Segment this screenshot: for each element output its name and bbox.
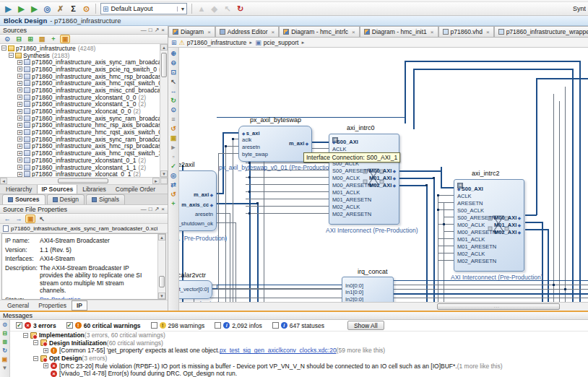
port-in2-0-0-[interactable]: In2[0:0] [345, 296, 363, 302]
editor-tab-p71860-infrastructure-wrapper-vhd[interactable]: p71860_infrastructure_wrapper.vhd× [494, 26, 588, 37]
port-m02-aclk[interactable]: M02_ACLK [457, 251, 485, 257]
wire[interactable] [525, 222, 542, 223]
wire[interactable] [579, 61, 581, 302]
undo-icon[interactable]: ↺ [169, 190, 178, 199]
port-s00-aresetn[interactable]: S00_ARESETN [332, 168, 371, 174]
tab-ip-sources[interactable]: IP Sources [37, 184, 77, 194]
wire[interactable] [246, 184, 329, 185]
wire[interactable] [217, 203, 258, 204]
tree-root[interactable]: −p71860_infrastructure(4248) [0, 45, 168, 52]
wire[interactable] [548, 229, 549, 302]
expand-icon[interactable]: + [17, 95, 22, 100]
tree-folder-synthesis[interactable]: −Synthesis(2183) [0, 52, 168, 59]
block-intrc0[interactable]: S00_AXIACLKARESETNS00_ACLKS00_ARESETNM00… [329, 134, 399, 225]
search-icon[interactable]: ⊙ [169, 105, 178, 114]
tree-item[interactable]: +p71860_infrastructure_axis_pcie_rq_swit… [0, 66, 168, 73]
close-icon[interactable]: × [352, 29, 355, 35]
expand-icon[interactable]: + [17, 60, 22, 65]
zoom-in-icon[interactable]: ⊕ [169, 49, 178, 58]
message-row[interactable]: +[Common 17-55] 'get_property' expects a… [10, 347, 588, 355]
wire[interactable] [222, 132, 239, 134]
port-s00-axi[interactable]: S00_AXI [332, 139, 358, 145]
wire[interactable] [233, 139, 233, 302]
maximize-button[interactable]: □ [149, 27, 152, 33]
port-m00-aresetn[interactable]: M00_ARESETN [457, 229, 496, 235]
tree-item[interactable]: +p71860_infrastructure_axis_hmc_rqst_swi… [0, 79, 168, 87]
expand-icon[interactable]: + [17, 136, 22, 142]
wire[interactable] [572, 69, 574, 302]
wire[interactable] [413, 69, 573, 70]
port-m-axi[interactable]: m_axi [289, 140, 308, 147]
properties-view-icon[interactable]: ▣ [25, 214, 35, 223]
collapse-all-icon[interactable]: ⊟ [14, 35, 24, 43]
port-aclk[interactable]: ACLK [457, 193, 472, 199]
port-m00-axi[interactable]: M00_AXI [369, 168, 396, 174]
editor-tab-p71860-vhd[interactable]: p71860.vhd× [438, 26, 494, 37]
wire[interactable] [441, 167, 442, 188]
select-icon[interactable]: ↖ [169, 77, 178, 86]
port-m00-axi[interactable]: M00_AXI [494, 214, 521, 221]
scroll-up-icon[interactable]: ▲ [160, 44, 168, 51]
wire[interactable] [438, 260, 454, 261]
properties-icon[interactable]: ▣ [169, 134, 178, 142]
scroll-thumb[interactable] [161, 53, 167, 77]
expand-icon[interactable]: + [17, 172, 22, 177]
message-row[interactable]: −Design Initialization (60 critical warn… [10, 339, 588, 347]
collapse-icon[interactable]: − [23, 333, 28, 338]
properties-tab-properties[interactable]: Properties [34, 301, 71, 310]
tree-item[interactable]: +p71860_infrastructure_xlconstant_1_1(2) [0, 164, 168, 171]
chevron-down-icon[interactable]: ▼ [177, 6, 185, 12]
validate-icon[interactable]: ✓ [169, 162, 178, 170]
port-m02-axi[interactable]: M02_AXI [369, 182, 396, 188]
wire[interactable] [438, 195, 454, 196]
wire[interactable] [218, 153, 219, 302]
highlight-icon[interactable]: ► [169, 143, 178, 152]
port-aresetn[interactable]: aresetn [242, 144, 260, 150]
minimize-button[interactable]: — [141, 206, 147, 212]
tab-hierarchy[interactable]: Hierarchy [1, 184, 36, 194]
wire[interactable] [218, 153, 239, 154]
sources-vscrollbar[interactable]: ▲▼ [160, 44, 168, 177]
port-ut-vector-0-0-[interactable]: ut_vector[0:0] [179, 286, 209, 292]
wire[interactable] [217, 285, 342, 285]
wire[interactable] [433, 178, 435, 302]
port-cc-shutdown-ok[interactable]: cc_shutdown_ok [179, 220, 213, 227]
wire[interactable] [246, 177, 329, 178]
layers-icon[interactable]: ≡ [169, 115, 178, 124]
scroll-down-icon[interactable]: ▼ [160, 170, 168, 177]
port-aclk[interactable]: ACLK [332, 146, 347, 152]
port-m01-axi[interactable]: M01_AXI [494, 222, 521, 228]
tree-item[interactable]: +p71860_infrastructure_xlconstant_0_1(2) [0, 157, 168, 164]
block-design-canvas[interactable]: m_axim_axis_ccaresetncc_shutdown_okie2ax… [179, 48, 588, 302]
checkbox-critical[interactable] [66, 322, 73, 329]
port-m00-aclk[interactable]: M00_ACLK [457, 222, 485, 228]
zoom-out-icon[interactable]: ⊖ [169, 58, 178, 67]
play-green-icon[interactable]: ▶ [15, 3, 27, 14]
port-s00-aresetn[interactable]: S00_ARESETN [457, 214, 496, 221]
tree-item[interactable]: +p71860_infrastructure_axis_sync_ram_bro… [0, 115, 168, 122]
block-scalar2vctr[interactable]: ut_vector[0:0] [179, 280, 212, 299]
sigma-icon[interactable]: Σ [67, 3, 79, 14]
tree-item[interactable]: +p71860_infrastructure_xlconcat_0_1(2) [0, 170, 168, 178]
port-m00-aclk[interactable]: M00_ACLK [332, 175, 360, 181]
wire[interactable] [390, 293, 588, 295]
block-irq_concat[interactable]: In0[0:0]In1[0:0]In2[0:0] [342, 277, 394, 302]
tree-item[interactable]: +p71860_infrastructure_axis_sync_ram_bro… [0, 58, 168, 66]
expand-icon[interactable]: + [17, 144, 22, 149]
panel-tab-sources[interactable]: Sources [2, 194, 46, 204]
scroll-right-icon[interactable]: ► [152, 178, 160, 184]
wire[interactable] [217, 213, 230, 214]
wire[interactable] [438, 209, 454, 210]
wire[interactable] [249, 162, 251, 302]
wire[interactable] [525, 229, 548, 230]
layout-selector[interactable]: ⊞ Default Layout ▼ [100, 3, 187, 14]
expand-icon[interactable]: + [17, 102, 22, 107]
wire[interactable] [399, 185, 427, 186]
diamond-icon[interactable]: ◆ [208, 3, 220, 14]
wire[interactable] [559, 101, 560, 302]
wire[interactable] [405, 61, 406, 124]
property-value[interactable]: Pre-Production [40, 296, 150, 300]
scroll-down-icon[interactable]: ▼ [158, 292, 165, 299]
wire[interactable] [438, 246, 454, 246]
tab-libraries[interactable]: Libraries [78, 184, 111, 194]
